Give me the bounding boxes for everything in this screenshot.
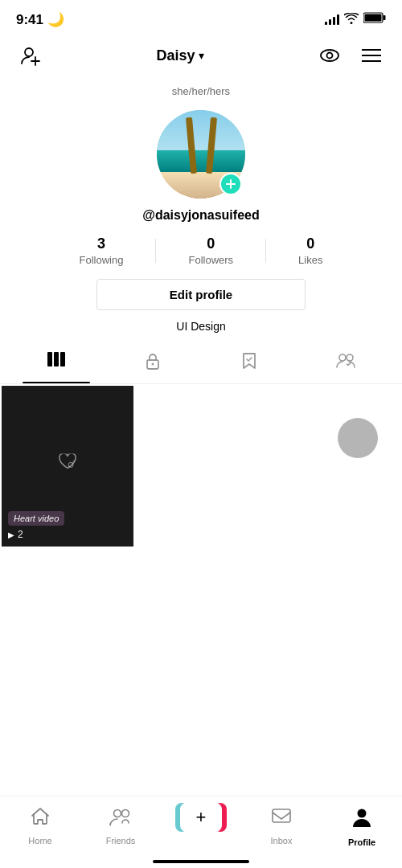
top-nav: Daisy ▾ (0, 35, 402, 76)
nav-inbox[interactable]: Inbox (241, 803, 322, 845)
friends-icon (109, 806, 133, 833)
svg-point-23 (122, 810, 129, 817)
svg-rect-1 (384, 15, 386, 20)
profile-nav-icon (351, 806, 372, 834)
svg-rect-13 (47, 352, 52, 366)
signal-icon (325, 14, 339, 25)
likes-stat[interactable]: 0 Likes (298, 235, 322, 266)
following-label: Following (80, 254, 124, 266)
video-play-count-0: ▶ 2 (8, 529, 127, 540)
visibility-button[interactable] (315, 41, 344, 70)
home-icon (30, 806, 51, 833)
status-time: 9:41 🌙 (16, 11, 64, 28)
stat-divider-1 (155, 239, 156, 263)
username-label: Daisy (156, 47, 195, 64)
home-label: Home (28, 836, 51, 845)
likes-label: Likes (298, 254, 322, 266)
friends-label: Friends (106, 836, 136, 845)
plus-inner: + (180, 803, 222, 832)
video-content-0: Heart video ▶ 2 (2, 386, 133, 547)
floating-circle (338, 418, 378, 458)
svg-point-19 (347, 354, 353, 361)
pronouns-label: she/her/hers (172, 85, 230, 97)
grid-icon (47, 352, 65, 374)
svg-rect-2 (365, 14, 382, 22)
tab-saved[interactable] (201, 342, 297, 383)
battery-icon (363, 12, 386, 27)
tab-collab[interactable] (297, 342, 394, 383)
svg-point-6 (321, 50, 338, 61)
svg-point-25 (358, 809, 367, 818)
inbox-icon (271, 806, 292, 833)
add-user-button[interactable] (16, 41, 45, 70)
heart-video-icon (59, 453, 76, 474)
nav-create[interactable]: + (161, 803, 241, 832)
content-tabs (0, 342, 402, 384)
video-thumb-0[interactable]: Heart video ▶ 2 (2, 386, 133, 547)
tab-videos[interactable] (8, 342, 105, 383)
username-container[interactable]: Daisy ▾ (156, 47, 203, 64)
wifi-icon (344, 13, 359, 27)
video-label-0: Heart video (8, 511, 64, 526)
bookmark-icon (242, 352, 256, 374)
followers-label: Followers (188, 254, 233, 266)
bio-text: UI Design (176, 320, 225, 333)
svg-point-17 (152, 363, 154, 366)
svg-point-18 (339, 354, 346, 361)
nav-home[interactable]: Home (0, 803, 80, 845)
inbox-label: Inbox (271, 836, 293, 845)
stats-row: 3 Following 0 Followers 0 Likes (80, 235, 323, 266)
likes-count: 0 (306, 235, 314, 252)
profile-label: Profile (348, 837, 375, 847)
followers-stat[interactable]: 0 Followers (188, 235, 233, 266)
avatar-container (157, 110, 245, 199)
svg-point-22 (114, 810, 121, 817)
top-nav-right (315, 41, 386, 70)
content-grid: Heart video ▶ 2 (0, 386, 402, 547)
create-button[interactable]: + (180, 803, 222, 832)
status-bar: 9:41 🌙 (0, 0, 402, 35)
play-icon: ▶ (8, 530, 14, 539)
status-icons (325, 12, 386, 27)
collab-icon (336, 352, 355, 374)
following-stat[interactable]: 3 Following (80, 235, 124, 266)
svg-rect-15 (60, 352, 65, 366)
svg-rect-14 (54, 352, 59, 366)
followers-count: 0 (207, 235, 215, 252)
menu-button[interactable] (357, 41, 386, 70)
chevron-down-icon: ▾ (199, 49, 204, 62)
svg-point-7 (326, 53, 332, 59)
lock-icon (146, 352, 160, 374)
profile-section: she/her/hers @daisyjonasuifeed 3 Followi… (0, 76, 402, 342)
plus-icon: + (196, 807, 207, 828)
tab-private[interactable] (105, 342, 201, 383)
svg-rect-24 (273, 809, 290, 822)
stat-divider-2 (265, 239, 266, 263)
home-bar (153, 860, 249, 863)
user-handle: @daisyjonasuifeed (142, 208, 259, 223)
bottom-nav: Home Friends + Inbox (0, 796, 402, 868)
svg-point-3 (25, 48, 33, 56)
following-count: 3 (97, 235, 105, 252)
edit-profile-button[interactable]: Edit profile (96, 279, 306, 310)
nav-profile[interactable]: Profile (322, 803, 402, 847)
nav-friends[interactable]: Friends (80, 803, 161, 845)
add-photo-button[interactable] (219, 173, 242, 195)
